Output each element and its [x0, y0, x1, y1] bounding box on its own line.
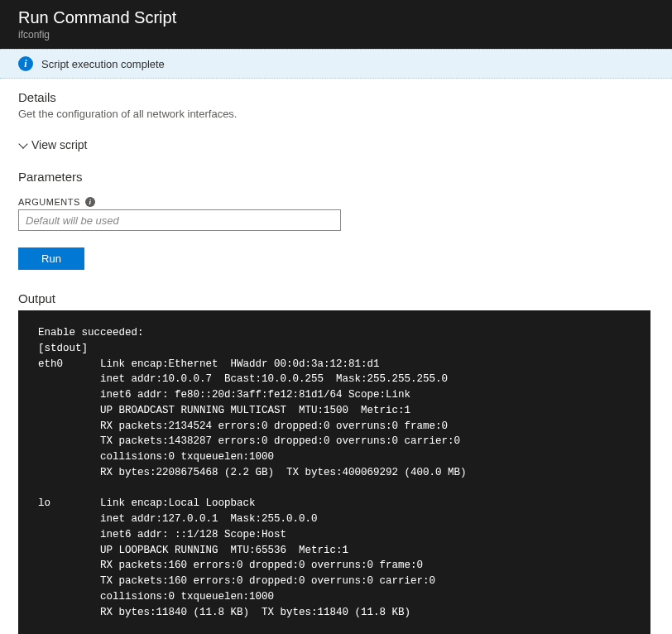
arguments-input[interactable]: [18, 209, 341, 231]
details-description: Get the configuration of all network int…: [18, 108, 654, 120]
info-icon: i: [18, 56, 33, 71]
blade-title: Run Command Script: [18, 8, 654, 27]
arguments-label: ARGUMENTS: [18, 197, 80, 207]
view-script-toggle[interactable]: View script: [18, 138, 654, 151]
arguments-label-row: ARGUMENTS i: [18, 197, 654, 207]
chevron-down-icon: [18, 141, 26, 149]
help-icon[interactable]: i: [85, 197, 95, 207]
blade-subtitle: ifconfig: [18, 29, 654, 41]
output-terminal[interactable]: Enable succeeded: [stdout] eth0 Link enc…: [18, 310, 650, 634]
blade-header: Run Command Script ifconfig: [0, 0, 672, 49]
content-area: Details Get the configuration of all net…: [0, 79, 672, 634]
run-button[interactable]: Run: [18, 247, 84, 270]
details-heading: Details: [18, 90, 654, 104]
output-heading: Output: [18, 291, 654, 305]
status-message: Script execution complete: [41, 58, 165, 70]
status-bar: i Script execution complete: [0, 49, 672, 79]
parameters-heading: Parameters: [18, 170, 654, 184]
view-script-label: View script: [31, 138, 87, 151]
